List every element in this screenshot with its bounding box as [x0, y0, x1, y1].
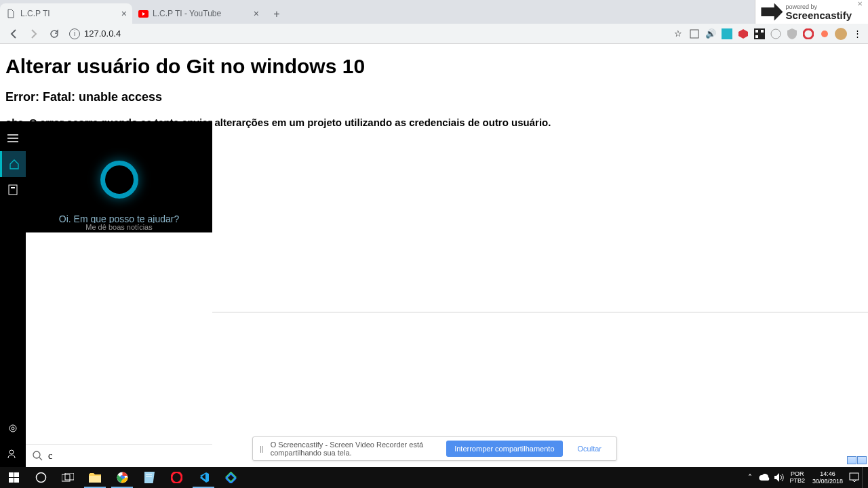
svg-point-10: [821, 30, 828, 37]
profile-avatar-icon[interactable]: [834, 27, 848, 41]
system-tray: ˄ POR PTB2 14:46 30/08/2018: [744, 467, 868, 488]
kebab-menu-icon[interactable]: ⋮: [850, 27, 864, 41]
svg-point-14: [9, 425, 16, 432]
ext-icon-3[interactable]: [769, 27, 783, 41]
clock[interactable]: 14:46 30/08/2018: [810, 470, 846, 485]
back-button[interactable]: [4, 24, 23, 43]
svg-rect-29: [144, 472, 155, 483]
screencastify-badge: powered by Screencastify ✕: [755, 0, 868, 24]
svg-point-8: [771, 29, 781, 39]
svg-rect-20: [14, 472, 19, 477]
settings-gear-icon[interactable]: [0, 415, 26, 441]
file-icon: [5, 8, 16, 19]
svg-line-18: [39, 458, 42, 460]
svg-point-15: [12, 427, 14, 430]
svg-rect-12: [9, 185, 17, 195]
youtube-icon: [138, 8, 149, 19]
chrome-icon[interactable]: [108, 467, 136, 488]
vscode-icon[interactable]: [190, 467, 217, 488]
cortana-search-input[interactable]: [48, 451, 205, 462]
tab-inactive[interactable]: L.C.P TI - YouTube ×: [132, 3, 264, 24]
cortana-suggestion[interactable]: Me dê boas notícias: [26, 223, 212, 231]
screenshare-notification: || O Screencastify - Screen Video Record…: [252, 436, 617, 461]
feedback-icon[interactable]: [0, 441, 26, 467]
extension-icons: ☆ 🔊 ⋮: [671, 27, 864, 41]
language-indicator[interactable]: POR PTB2: [787, 471, 808, 485]
cortana-ring-icon: [100, 161, 138, 199]
svg-rect-7: [755, 35, 758, 38]
new-tab-button[interactable]: +: [267, 5, 286, 24]
action-center-icon[interactable]: [848, 467, 860, 488]
svg-point-16: [9, 450, 14, 454]
taskview-icon[interactable]: [54, 467, 81, 488]
tab-title: L.C.P TI - YouTube: [153, 9, 250, 18]
svg-point-11: [835, 28, 847, 40]
tab-active[interactable]: L.C.P TI ×: [0, 3, 132, 24]
cortana-panel: Oi. Em que posso te ajudar? Me dê boas n…: [0, 121, 212, 467]
screencastify-ext-icon[interactable]: [818, 27, 831, 41]
file-explorer-icon[interactable]: [81, 467, 108, 488]
svg-rect-1: [690, 30, 698, 38]
site-info-icon[interactable]: i: [69, 28, 80, 39]
close-icon[interactable]: ✕: [857, 0, 863, 7]
cortana-tb-icon[interactable]: [27, 467, 54, 488]
reload-button[interactable]: [45, 24, 64, 43]
taskbar: ˄ POR PTB2 14:46 30/08/2018: [0, 467, 868, 488]
cortana-results: Me dê boas notícias: [26, 232, 212, 467]
home-icon[interactable]: [0, 151, 26, 177]
svg-rect-2: [722, 28, 732, 39]
notebook-icon[interactable]: [0, 177, 26, 203]
shield-icon[interactable]: [785, 27, 799, 41]
search-icon: [33, 451, 43, 461]
tray-chevron-icon[interactable]: ˄: [744, 467, 756, 488]
page-subheading: Error: Fatal: unable access: [5, 90, 863, 104]
cortana-main: Oi. Em que posso te ajudar? Me dê boas n…: [26, 121, 212, 467]
hamburger-icon[interactable]: [0, 125, 26, 151]
notification-pause-icon: ||: [260, 445, 264, 453]
opera-icon[interactable]: [802, 27, 815, 41]
cortana-header: Oi. Em que posso te ajudar?: [26, 121, 212, 232]
start-button[interactable]: [0, 467, 27, 488]
svg-rect-19: [9, 472, 14, 477]
svg-rect-21: [9, 478, 14, 483]
svg-point-23: [36, 473, 45, 483]
view-mode-icons[interactable]: [847, 456, 867, 464]
tab-title: L.C.P TI: [20, 9, 117, 18]
browser-tabstrip: L.C.P TI × L.C.P TI - YouTube × + powere…: [0, 0, 868, 24]
cortana-rail: [0, 121, 26, 467]
svg-rect-33: [850, 473, 859, 480]
svg-rect-5: [755, 30, 758, 33]
screencastify-logo-icon: [761, 3, 783, 21]
opera-tb-icon[interactable]: [163, 467, 190, 488]
notification-text: O Screencastify - Screen Video Recorder …: [271, 441, 439, 457]
url-text: 127.0.0.4: [84, 28, 121, 39]
volume-icon[interactable]: [772, 467, 785, 488]
mute-icon[interactable]: 🔊: [704, 27, 717, 41]
stop-sharing-button[interactable]: Interromper compartilhamento: [446, 441, 562, 457]
divider: [212, 312, 868, 312]
qr-icon[interactable]: [753, 27, 766, 41]
ext-icon-1[interactable]: [688, 27, 701, 41]
svg-rect-6: [761, 30, 764, 33]
tab-close-icon[interactable]: ×: [121, 8, 127, 19]
onedrive-icon[interactable]: [758, 467, 770, 488]
svg-point-17: [33, 451, 40, 458]
adblock-icon[interactable]: [736, 27, 750, 41]
tab-close-icon[interactable]: ×: [254, 8, 259, 19]
ext-icon-2[interactable]: [720, 27, 734, 41]
url-field[interactable]: i 127.0.0.4: [65, 28, 670, 39]
cortana-search-box[interactable]: [26, 444, 212, 467]
svg-rect-22: [14, 478, 19, 483]
badge-title: Screencastify: [785, 10, 852, 20]
svg-point-32: [172, 472, 182, 483]
forward-button[interactable]: [24, 24, 43, 43]
sourcetree-icon[interactable]: [217, 467, 244, 488]
address-bar: i 127.0.0.4 ☆ 🔊 ⋮: [0, 24, 868, 44]
page-heading: Alterar usuário do Git no windows 10: [5, 55, 863, 78]
svg-marker-3: [738, 29, 748, 39]
notepad-icon[interactable]: [136, 467, 163, 488]
show-desktop-button[interactable]: [862, 467, 866, 488]
hide-button[interactable]: Ocultar: [570, 441, 610, 457]
bookmark-star-icon[interactable]: ☆: [671, 27, 685, 41]
svg-rect-13: [11, 187, 15, 188]
